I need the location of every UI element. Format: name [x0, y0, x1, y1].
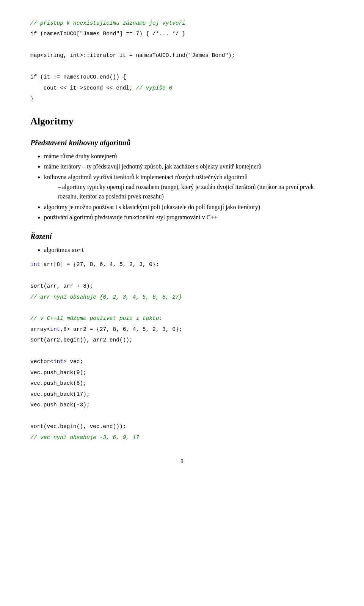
code2-line10: vector<int> vec;	[30, 357, 334, 366]
code2-line9	[30, 347, 334, 355]
code2-line14: vec.push_back(-3);	[30, 401, 334, 409]
code2-line1: int arr[8] = {27, 8, 6, 4, 5, 2, 3, 0};	[30, 260, 334, 269]
subsection-heading-predstaveni: Představení knihovny algoritmů	[30, 137, 334, 148]
code2-line16: sort(vec.begin(), vec.end());	[30, 422, 334, 431]
code2-line13: vec.push_back(17);	[30, 390, 334, 398]
sort-code-inline: sort	[71, 247, 85, 253]
code-line-comment1: // přístup k neexistujícímu záznamu jej …	[30, 19, 334, 27]
subsection-heading-razeni: Řazení	[30, 231, 334, 242]
list-item-3: knihovna algoritmů využívá iterátorů k i…	[44, 172, 334, 201]
code-line-3	[30, 41, 334, 49]
code-line-5	[30, 62, 334, 71]
code2-line6: // v C++11 můžeme používat pole i takto:	[30, 314, 334, 323]
razeni-list-item-1: algoritmus sort	[44, 245, 334, 255]
list-item-1: máme různé druhy kontejnerů	[44, 151, 334, 161]
code2-line15	[30, 412, 334, 420]
code-line-8: }	[30, 94, 334, 103]
code2-line5	[30, 304, 334, 312]
page-number: 9	[30, 457, 334, 466]
sub-list-item-1: algoritmy typicky operují nad rozsahem (…	[58, 182, 334, 201]
code-line-6: if (it != namesToUCO.end()) {	[30, 73, 334, 81]
sub-bullet-list: algoritmy typicky operují nad rozsahem (…	[58, 182, 334, 201]
code2-line12: vec.push_back(6);	[30, 379, 334, 387]
code2-line7: array<int,8> arr2 = {27, 8, 6, 4, 5, 2, …	[30, 325, 334, 334]
list-item-2: máme iterátory – ty představují jednotný…	[44, 162, 334, 172]
code-line-4: map<string, int>::iterator it = namesToU…	[30, 51, 334, 60]
code2-line4: // arr nyní obsahuje {0, 2, 3, 4, 5, 6, …	[30, 293, 334, 301]
code-block-1: // přístup k neexistujícímu záznamu jej …	[30, 19, 334, 103]
code-line-7: cout << it->second << endl; // vypíše 0	[30, 84, 334, 92]
code-line-2: if (namesToUCO["James Bond"] == 7) { /*.…	[30, 30, 334, 38]
code2-line8: sort(arr2.begin(), arr2.end());	[30, 336, 334, 344]
list-item-5: používání algoritmů představuje funkcion…	[44, 212, 334, 222]
code2-line2	[30, 271, 334, 280]
razeni-bullet-list: algoritmus sort	[44, 245, 334, 255]
code2-line17: // vec nyní obsahuje -3, 6, 9, 17	[30, 433, 334, 442]
algoritmy-bullet-list: máme různé druhy kontejnerů máme iteráto…	[44, 151, 334, 222]
code2-line11: vec.push_back(9);	[30, 368, 334, 377]
code-block-2: int arr[8] = {27, 8, 6, 4, 5, 2, 3, 0}; …	[30, 260, 334, 442]
code2-line3: sort(arr, arr + 8);	[30, 282, 334, 290]
section-heading-algoritmy: Algoritmy	[30, 114, 334, 129]
list-item-4: algoritmy je možno používat i s klasický…	[44, 202, 334, 212]
